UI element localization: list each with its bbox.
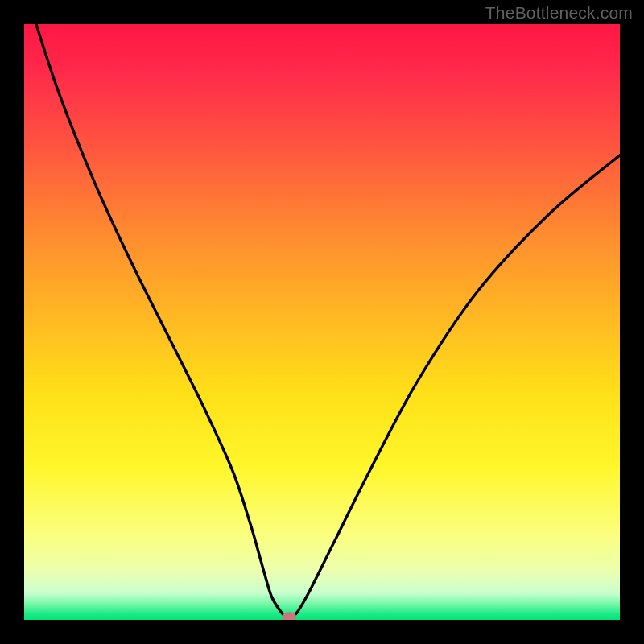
- plot-area: [24, 24, 620, 620]
- watermark-text: TheBottleneck.com: [485, 3, 633, 23]
- chart-svg: [24, 24, 620, 620]
- gradient-rect: [24, 24, 620, 620]
- chart-frame: TheBottleneck.com: [0, 0, 644, 644]
